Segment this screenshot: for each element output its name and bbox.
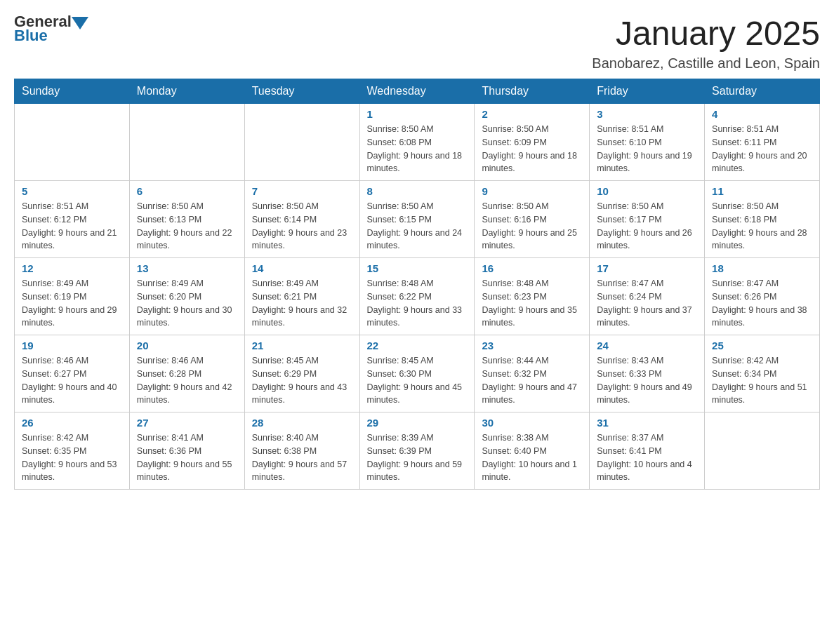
calendar-cell <box>15 104 130 181</box>
week-row-5: 26Sunrise: 8:42 AM Sunset: 6:35 PM Dayli… <box>15 412 820 490</box>
calendar-title: January 2025 <box>592 14 820 53</box>
calendar-cell: 13Sunrise: 8:49 AM Sunset: 6:20 PM Dayli… <box>129 258 244 335</box>
calendar-cell: 25Sunrise: 8:42 AM Sunset: 6:34 PM Dayli… <box>705 335 820 412</box>
day-number: 15 <box>367 262 468 274</box>
day-number: 26 <box>22 417 122 429</box>
day-number: 18 <box>712 262 812 274</box>
calendar-cell: 18Sunrise: 8:47 AM Sunset: 6:26 PM Dayli… <box>705 258 820 335</box>
day-number: 16 <box>482 262 582 274</box>
calendar-cell: 17Sunrise: 8:47 AM Sunset: 6:24 PM Dayli… <box>590 258 705 335</box>
day-number: 22 <box>367 340 468 351</box>
calendar-cell: 4Sunrise: 8:51 AM Sunset: 6:11 PM Daylig… <box>705 104 820 181</box>
day-number: 23 <box>482 340 582 351</box>
day-number: 28 <box>252 417 352 429</box>
week-row-3: 12Sunrise: 8:49 AM Sunset: 6:19 PM Dayli… <box>15 258 820 335</box>
calendar-cell: 19Sunrise: 8:46 AM Sunset: 6:27 PM Dayli… <box>15 335 130 412</box>
calendar-cell: 26Sunrise: 8:42 AM Sunset: 6:35 PM Dayli… <box>15 412 130 490</box>
calendar-cell: 29Sunrise: 8:39 AM Sunset: 6:39 PM Dayli… <box>359 412 475 490</box>
day-info: Sunrise: 8:48 AM Sunset: 6:22 PM Dayligh… <box>367 277 468 330</box>
day-number: 12 <box>22 262 122 274</box>
calendar-cell: 8Sunrise: 8:50 AM Sunset: 6:15 PM Daylig… <box>359 181 475 258</box>
day-info: Sunrise: 8:50 AM Sunset: 6:17 PM Dayligh… <box>597 200 697 253</box>
calendar-cell: 5Sunrise: 8:51 AM Sunset: 6:12 PM Daylig… <box>15 181 130 258</box>
day-info: Sunrise: 8:39 AM Sunset: 6:39 PM Dayligh… <box>367 431 468 484</box>
calendar-cell: 15Sunrise: 8:48 AM Sunset: 6:22 PM Dayli… <box>359 258 475 335</box>
day-info: Sunrise: 8:50 AM Sunset: 6:13 PM Dayligh… <box>137 200 237 253</box>
day-number: 14 <box>252 262 352 274</box>
week-row-1: 1Sunrise: 8:50 AM Sunset: 6:08 PM Daylig… <box>15 104 820 181</box>
day-info: Sunrise: 8:50 AM Sunset: 6:16 PM Dayligh… <box>482 200 582 253</box>
day-info: Sunrise: 8:46 AM Sunset: 6:27 PM Dayligh… <box>22 354 122 407</box>
day-number: 24 <box>597 340 697 351</box>
day-number: 2 <box>482 108 582 120</box>
day-number: 27 <box>137 417 237 429</box>
day-info: Sunrise: 8:38 AM Sunset: 6:40 PM Dayligh… <box>482 431 582 484</box>
calendar-cell: 12Sunrise: 8:49 AM Sunset: 6:19 PM Dayli… <box>15 258 130 335</box>
day-number: 29 <box>367 417 468 429</box>
header-day-sunday: Sunday <box>15 79 130 104</box>
calendar-cell: 16Sunrise: 8:48 AM Sunset: 6:23 PM Dayli… <box>475 258 590 335</box>
day-info: Sunrise: 8:40 AM Sunset: 6:38 PM Dayligh… <box>252 431 352 484</box>
day-number: 21 <box>252 340 352 351</box>
day-number: 30 <box>482 417 582 429</box>
day-info: Sunrise: 8:44 AM Sunset: 6:32 PM Dayligh… <box>482 354 582 407</box>
week-row-2: 5Sunrise: 8:51 AM Sunset: 6:12 PM Daylig… <box>15 181 820 258</box>
logo-blue-text: Blue <box>14 28 88 43</box>
day-info: Sunrise: 8:50 AM Sunset: 6:14 PM Dayligh… <box>252 200 352 253</box>
week-row-4: 19Sunrise: 8:46 AM Sunset: 6:27 PM Dayli… <box>15 335 820 412</box>
day-number: 4 <box>712 108 812 120</box>
day-info: Sunrise: 8:49 AM Sunset: 6:20 PM Dayligh… <box>137 277 237 330</box>
calendar-cell: 6Sunrise: 8:50 AM Sunset: 6:13 PM Daylig… <box>129 181 244 258</box>
day-info: Sunrise: 8:46 AM Sunset: 6:28 PM Dayligh… <box>137 354 237 407</box>
calendar-cell: 3Sunrise: 8:51 AM Sunset: 6:10 PM Daylig… <box>590 104 705 181</box>
day-number: 9 <box>482 185 582 197</box>
day-info: Sunrise: 8:47 AM Sunset: 6:24 PM Dayligh… <box>597 277 697 330</box>
calendar-cell: 21Sunrise: 8:45 AM Sunset: 6:29 PM Dayli… <box>244 335 359 412</box>
calendar-cell <box>705 412 820 490</box>
logo: General Blue <box>14 14 88 43</box>
calendar-cell: 27Sunrise: 8:41 AM Sunset: 6:36 PM Dayli… <box>129 412 244 490</box>
day-info: Sunrise: 8:41 AM Sunset: 6:36 PM Dayligh… <box>137 431 237 484</box>
day-number: 5 <box>22 185 122 197</box>
day-number: 19 <box>22 340 122 351</box>
header-day-monday: Monday <box>129 79 244 104</box>
day-info: Sunrise: 8:50 AM Sunset: 6:15 PM Dayligh… <box>367 200 468 253</box>
calendar-cell: 14Sunrise: 8:49 AM Sunset: 6:21 PM Dayli… <box>244 258 359 335</box>
calendar-table: SundayMondayTuesdayWednesdayThursdayFrid… <box>14 79 820 490</box>
day-number: 20 <box>137 340 237 351</box>
calendar-cell: 30Sunrise: 8:38 AM Sunset: 6:40 PM Dayli… <box>475 412 590 490</box>
day-number: 13 <box>137 262 237 274</box>
day-number: 10 <box>597 185 697 197</box>
calendar-cell: 7Sunrise: 8:50 AM Sunset: 6:14 PM Daylig… <box>244 181 359 258</box>
day-number: 7 <box>252 185 352 197</box>
day-number: 31 <box>597 417 697 429</box>
day-info: Sunrise: 8:51 AM Sunset: 6:10 PM Dayligh… <box>597 123 697 175</box>
day-info: Sunrise: 8:48 AM Sunset: 6:23 PM Dayligh… <box>482 277 582 330</box>
calendar-cell: 24Sunrise: 8:43 AM Sunset: 6:33 PM Dayli… <box>590 335 705 412</box>
day-info: Sunrise: 8:51 AM Sunset: 6:12 PM Dayligh… <box>22 200 122 253</box>
header-day-thursday: Thursday <box>475 79 590 104</box>
day-number: 25 <box>712 340 812 351</box>
header-day-saturday: Saturday <box>705 79 820 104</box>
calendar-cell: 9Sunrise: 8:50 AM Sunset: 6:16 PM Daylig… <box>475 181 590 258</box>
header-day-wednesday: Wednesday <box>359 79 475 104</box>
day-info: Sunrise: 8:42 AM Sunset: 6:35 PM Dayligh… <box>22 431 122 484</box>
day-number: 17 <box>597 262 697 274</box>
calendar-cell: 28Sunrise: 8:40 AM Sunset: 6:38 PM Dayli… <box>244 412 359 490</box>
header-row: SundayMondayTuesdayWednesdayThursdayFrid… <box>15 79 820 104</box>
day-info: Sunrise: 8:49 AM Sunset: 6:19 PM Dayligh… <box>22 277 122 330</box>
calendar-cell: 1Sunrise: 8:50 AM Sunset: 6:08 PM Daylig… <box>359 104 475 181</box>
day-info: Sunrise: 8:37 AM Sunset: 6:41 PM Dayligh… <box>597 431 697 484</box>
day-number: 6 <box>137 185 237 197</box>
day-info: Sunrise: 8:50 AM Sunset: 6:08 PM Dayligh… <box>367 123 468 175</box>
day-info: Sunrise: 8:45 AM Sunset: 6:29 PM Dayligh… <box>252 354 352 407</box>
calendar-cell: 23Sunrise: 8:44 AM Sunset: 6:32 PM Dayli… <box>475 335 590 412</box>
calendar-cell <box>129 104 244 181</box>
day-info: Sunrise: 8:51 AM Sunset: 6:11 PM Dayligh… <box>712 123 812 175</box>
calendar-cell <box>244 104 359 181</box>
calendar-cell: 2Sunrise: 8:50 AM Sunset: 6:09 PM Daylig… <box>475 104 590 181</box>
day-info: Sunrise: 8:49 AM Sunset: 6:21 PM Dayligh… <box>252 277 352 330</box>
calendar-cell: 22Sunrise: 8:45 AM Sunset: 6:30 PM Dayli… <box>359 335 475 412</box>
day-info: Sunrise: 8:45 AM Sunset: 6:30 PM Dayligh… <box>367 354 468 407</box>
day-number: 11 <box>712 185 812 197</box>
